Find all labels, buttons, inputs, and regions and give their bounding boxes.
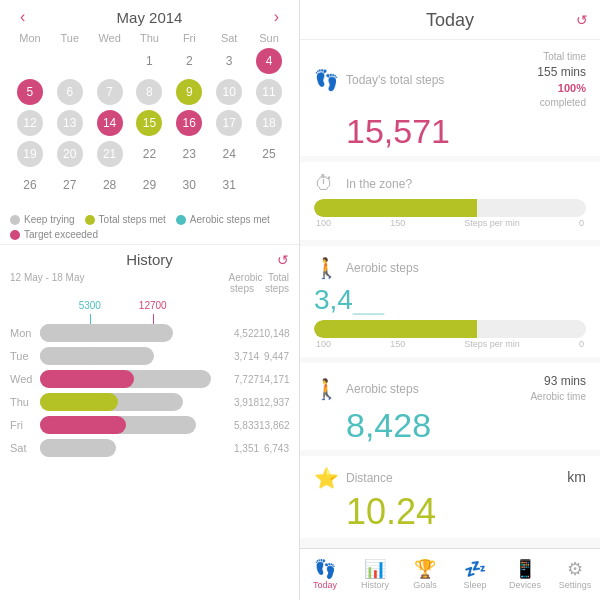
- calendar-week-4: 262728293031: [10, 171, 289, 199]
- history-values-tue: 3,7149,447: [234, 351, 289, 362]
- calendar-day-w3d2[interactable]: 21: [93, 140, 127, 168]
- distance-icon: ⭐: [314, 466, 346, 490]
- calendar-week-1: 567891011: [10, 78, 289, 106]
- history-values-fri: 5,83313,862: [234, 420, 289, 431]
- calendar-day-w4d6: [252, 171, 286, 199]
- legend-target-exceeded: Target exceeded: [10, 229, 98, 240]
- calendar-day-w2d5[interactable]: 17: [212, 109, 246, 137]
- calendar-day-w2d6[interactable]: 18: [252, 109, 286, 137]
- aerobic-bar-label: Aerobic steps: [346, 261, 586, 275]
- history-row-tue: Tue3,7149,447: [10, 347, 289, 365]
- history-refresh-button[interactable]: ↺: [277, 252, 289, 268]
- history-row-mon: Mon4,52210,148: [10, 324, 289, 342]
- aerobic-num-label: Aerobic steps: [346, 382, 530, 396]
- legend-section: Keep trying Total steps met Aerobic step…: [0, 208, 299, 245]
- calendar-day-w2d4[interactable]: 16: [172, 109, 206, 137]
- history-fg-bar-wed: [40, 370, 134, 388]
- history-aerobic-wed: 7,727: [234, 374, 259, 385]
- nav-icon-sleep: 💤: [464, 560, 486, 578]
- history-total-thu: 12,937: [259, 397, 290, 408]
- day-header-tue: Tue: [53, 32, 87, 44]
- day-header-fri: Fri: [172, 32, 206, 44]
- history-aerobic-sat: 1,351: [234, 443, 259, 454]
- nav-item-goals[interactable]: 🏆 Goals: [400, 549, 450, 600]
- calendar-day-w1d5[interactable]: 10: [212, 78, 246, 106]
- aerobic-marker-label: 5300: [79, 300, 101, 311]
- nav-item-today[interactable]: 👣 Today: [300, 549, 350, 600]
- calendar-day-w3d4: 23: [172, 140, 206, 168]
- calendar-day-w2d1[interactable]: 13: [53, 109, 87, 137]
- calendar-day-w1d0[interactable]: 5: [13, 78, 47, 106]
- history-date-row: 12 May - 18 May Aerobic Total steps step…: [10, 272, 289, 294]
- steps-value: 15,571: [346, 114, 586, 148]
- history-header: History ↺: [10, 251, 289, 268]
- nav-label-history: History: [361, 580, 389, 590]
- history-total-wed: 14,171: [259, 374, 290, 385]
- stats-scroll: 👣 Today's total steps Total time 155 min…: [300, 40, 600, 548]
- calendar-day-w1d2[interactable]: 7: [93, 78, 127, 106]
- calendar-week-3: 19202122232425: [10, 140, 289, 168]
- zone-label-note: Steps per min: [464, 218, 520, 228]
- history-bar-sat: [40, 439, 230, 457]
- history-total-sat: 6,743: [264, 443, 289, 454]
- history-title: History: [126, 251, 173, 268]
- distance-label: Distance: [346, 471, 567, 485]
- aerobic-bar-label-150: 150: [390, 339, 405, 349]
- nav-item-sleep[interactable]: 💤 Sleep: [450, 549, 500, 600]
- zone-label: In the zone?: [346, 177, 586, 191]
- history-rows-container: Mon4,52210,148Tue3,7149,447Wed7,72714,17…: [10, 324, 289, 457]
- zone-bar-track: [314, 199, 586, 217]
- nav-label-devices: Devices: [509, 580, 541, 590]
- steps-meta-line4: completed: [537, 96, 586, 110]
- steps-meta: Total time 155 mins 100% completed: [537, 50, 586, 110]
- calendar-day-w3d0[interactable]: 19: [13, 140, 47, 168]
- calendar-next-button[interactable]: ›: [264, 8, 289, 26]
- calendar-day-w4d4: 30: [172, 171, 206, 199]
- calendar-day-w2d3[interactable]: 15: [132, 109, 166, 137]
- zone-icon: ⏱: [314, 172, 346, 195]
- history-bar-fri: [40, 416, 230, 434]
- history-total-fri: 13,862: [259, 420, 290, 431]
- calendar-day-w1d4[interactable]: 9: [172, 78, 206, 106]
- aerobic-num-icon: 🚶: [314, 377, 346, 401]
- history-fg-bar-fri: [40, 416, 126, 434]
- legend-dot-pink: [10, 230, 20, 240]
- history-day-label-fri: Fri: [10, 419, 40, 431]
- calendar-day-headers: Mon Tue Wed Thu Fri Sat Sun: [10, 32, 289, 44]
- distance-meta-km: km: [567, 468, 586, 488]
- nav-icon-today: 👣: [314, 560, 336, 578]
- steps-card-header: 👣 Today's total steps Total time 155 min…: [314, 50, 586, 110]
- calendar-day-w2d0[interactable]: 12: [13, 109, 47, 137]
- nav-item-history[interactable]: 📊 History: [350, 549, 400, 600]
- legend-dot-grey: [10, 215, 20, 225]
- right-header-refresh-button[interactable]: ↺: [576, 12, 588, 28]
- calendar-day-w1d6[interactable]: 11: [252, 78, 286, 106]
- history-day-label-mon: Mon: [10, 327, 40, 339]
- steps-label: Today's total steps: [346, 73, 537, 87]
- calendar-day-w4d5: 31: [212, 171, 246, 199]
- calendar-prev-button[interactable]: ‹: [10, 8, 35, 26]
- calendar-day-w0d6[interactable]: 4: [252, 47, 286, 75]
- total-marker-label: 12700: [139, 300, 167, 311]
- zone-bar-labels: 100 150 Steps per min 0: [314, 218, 586, 228]
- nav-label-sleep: Sleep: [463, 580, 486, 590]
- zone-label-100: 100: [316, 218, 331, 228]
- steps-meta-line1: Total time: [537, 50, 586, 64]
- calendar-section: ‹ May 2014 › Mon Tue Wed Thu Fri Sat Sun…: [0, 0, 299, 208]
- calendar-day-w3d1[interactable]: 20: [53, 140, 87, 168]
- calendar-day-w1d3[interactable]: 8: [132, 78, 166, 106]
- legend-label-keep-trying: Keep trying: [24, 214, 75, 225]
- calendar-day-w3d5: 24: [212, 140, 246, 168]
- zone-bar-section: 100 150 Steps per min 0: [314, 199, 586, 232]
- calendar-day-w1d1[interactable]: 6: [53, 78, 87, 106]
- nav-item-devices[interactable]: 📱 Devices: [500, 549, 550, 600]
- calendar-day-w2d2[interactable]: 14: [93, 109, 127, 137]
- nav-item-settings[interactable]: ⚙ Settings: [550, 549, 600, 600]
- history-bar-tue: [40, 347, 230, 365]
- history-markers: 5300 12700: [42, 300, 233, 322]
- calendar-day-w0d3: 1: [132, 47, 166, 75]
- calendar-day-w0d5: 3: [212, 47, 246, 75]
- day-header-mon: Mon: [13, 32, 47, 44]
- legend-dot-olive: [85, 215, 95, 225]
- legend-total-met: Total steps met: [85, 214, 166, 225]
